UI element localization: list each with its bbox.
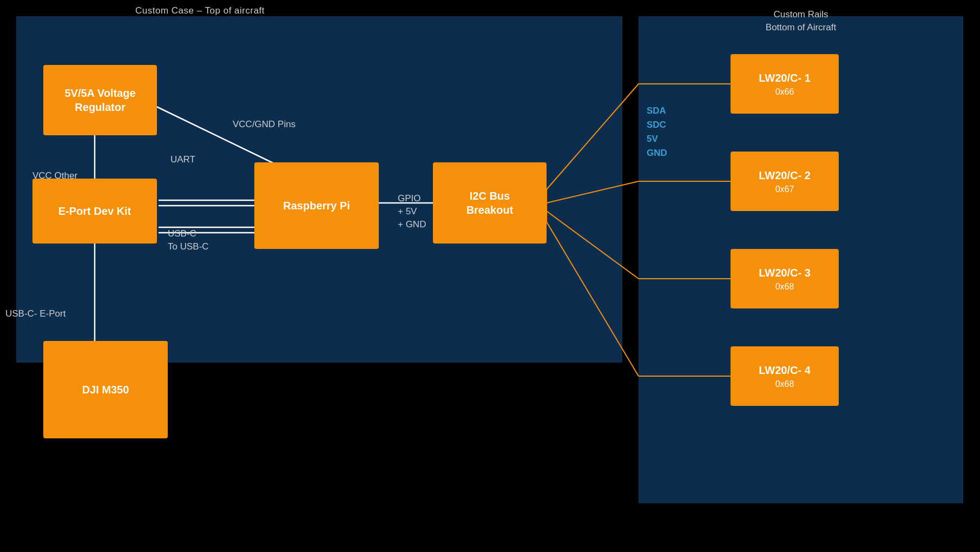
voltage-regulator-box: 5V/5A Voltage Regulator: [43, 65, 157, 135]
dji-title: DJI M350: [82, 383, 129, 397]
i2c-title: I2C Bus Breakout: [466, 189, 514, 217]
lw2-address: 0x67: [775, 185, 794, 194]
eport-box: E-Port Dev Kit: [32, 179, 157, 244]
custom-case-label: Custom Case – Top of aircraft: [135, 5, 265, 16]
lw20-sensor-1: LW20/C- 1 0x66: [731, 54, 839, 114]
lw2-title: LW20/C- 2: [759, 168, 811, 182]
lw4-address: 0x68: [775, 379, 794, 389]
raspberry-pi-box: Raspberry Pi: [254, 162, 379, 249]
lw1-address: 0x66: [775, 87, 794, 97]
label-uart: UART: [170, 154, 195, 165]
label-usbc-eport: USB-C- E-Port: [5, 308, 65, 319]
lw3-address: 0x68: [775, 282, 794, 292]
i2c-breakout-box: I2C Bus Breakout: [433, 162, 547, 244]
lw20-sensor-2: LW20/C- 2 0x67: [731, 152, 839, 211]
eport-title: E-Port Dev Kit: [58, 204, 131, 218]
label-vcc-other: VCC Other: [32, 170, 77, 181]
label-vcc-gnd: VCC/GND Pins: [233, 119, 295, 130]
lw1-title: LW20/C- 1: [759, 71, 811, 85]
custom-rails-text: Custom Rails Bottom of Aircraft: [766, 9, 836, 32]
label-gpio: GPIO + 5V + GND: [398, 192, 426, 231]
dji-m350-box: DJI M350: [43, 341, 168, 438]
diagram-container: Custom Case – Top of aircraft Custom Rai…: [0, 0, 980, 552]
lw4-title: LW20/C- 4: [759, 363, 811, 377]
i2c-pins-group: SDA SDC 5V GND: [647, 106, 667, 159]
voltage-regulator-title: 5V/5A Voltage Regulator: [64, 86, 135, 114]
lw20-sensor-3: LW20/C- 3 0x68: [731, 249, 839, 308]
custom-rails-label: Custom Rails Bottom of Aircraft: [725, 8, 877, 34]
pin-sda: SDA: [647, 106, 667, 116]
lw3-title: LW20/C- 3: [759, 266, 811, 280]
pin-sdc: SDC: [647, 120, 667, 130]
pin-5v: 5V: [647, 134, 667, 144]
pin-gnd: GND: [647, 148, 667, 159]
raspberry-pi-title: Raspberry Pi: [283, 199, 350, 213]
label-usbc: USB-C To USB-C: [168, 227, 209, 253]
lw20-sensor-4: LW20/C- 4 0x68: [731, 346, 839, 406]
